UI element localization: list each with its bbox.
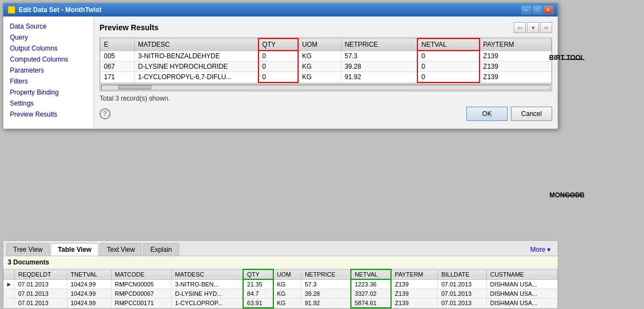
cell-netval-1: 0 bbox=[417, 51, 479, 62]
mongodb-tabs: Tree View Table View Text View Explain M… bbox=[3, 241, 558, 256]
cell-payterm-1: Z139 bbox=[480, 51, 552, 62]
tab-text-view[interactable]: Text View bbox=[100, 243, 142, 256]
sidebar-item-preview-results[interactable]: Preview Results bbox=[3, 109, 93, 120]
mongo-matcode-2: RMPCD00067 bbox=[111, 289, 172, 299]
mongo-indicator-3 bbox=[4, 299, 15, 308]
sidebar-item-data-source[interactable]: Data Source bbox=[3, 21, 93, 32]
cell-netval-3: 0 bbox=[417, 72, 479, 83]
cell-matdesc-2: D-LYSINE HYDROCHLORIDE bbox=[134, 62, 258, 72]
mongo-reqdeldt-2: 07.01.2013 bbox=[15, 289, 67, 299]
nav-back-button[interactable]: ⇦ bbox=[514, 22, 526, 33]
cancel-button[interactable]: Cancel bbox=[511, 107, 552, 121]
ok-button[interactable]: OK bbox=[466, 107, 508, 121]
table-row: 171 1-CYCLOPROPYL-6,7-DIFLU... 0 KG 91.9… bbox=[101, 72, 552, 83]
dialog-titlebar: Edit Data Set - MonthTwist ─ □ ✕ bbox=[3, 3, 558, 16]
mongo-col-matdesc: MATDESC bbox=[172, 269, 244, 279]
birt-tool-annotation: BIRT TOOL bbox=[549, 54, 585, 62]
mongo-table-row: 07.01.2013 10424.99 RMPCC00171 1-CYCLOPR… bbox=[4, 299, 558, 308]
mongo-billdate-2: 07.01.2013 bbox=[438, 289, 487, 299]
mongo-table-row: ▶ 07.01.2013 10424.99 RMPCN00005 3-NITRO… bbox=[4, 279, 558, 289]
sidebar: Data Source Query Output Columns Compute… bbox=[3, 16, 94, 129]
mongo-col-custname: CUSTNAME bbox=[487, 269, 558, 279]
mongo-col-reqdeldt: REQDELDТ bbox=[15, 269, 67, 279]
dialog-window: Edit Data Set - MonthTwist ─ □ ✕ Data So… bbox=[3, 3, 558, 129]
tab-tree-view[interactable]: Tree View bbox=[6, 243, 49, 256]
cell-uom-1: KG bbox=[298, 51, 341, 62]
titlebar-left: Edit Data Set - MonthTwist bbox=[8, 6, 101, 14]
mongo-netprice-3: 91.92 bbox=[301, 299, 351, 308]
mongo-payterm-2: Z139 bbox=[391, 289, 438, 299]
preview-table-container: E MATDESC QTY UOM NETPRICE NETVAL PAYTER… bbox=[100, 37, 552, 91]
sidebar-item-output-columns[interactable]: Output Columns bbox=[3, 43, 93, 54]
mongo-col-matcode: MATCODE bbox=[111, 269, 172, 279]
content-area: Preview Results ⇦ ▾ ⇨ E MATDESC QTY UOM bbox=[94, 16, 558, 129]
help-button[interactable]: ? bbox=[100, 108, 111, 119]
mongo-billdate-1: 07.01.2013 bbox=[438, 279, 487, 289]
cell-e-2: 067 bbox=[101, 62, 135, 72]
cell-netprice-2: 39.28 bbox=[341, 62, 417, 72]
sidebar-item-computed-columns[interactable]: Computed Columns bbox=[3, 54, 93, 65]
mongo-tnetval-1: 10424.99 bbox=[67, 279, 112, 289]
mongodb-table: REQDELDТ TNETVAL MATCODE MATDESC QTY UOM… bbox=[3, 269, 558, 308]
dialog-icon bbox=[8, 6, 15, 14]
mongodb-annotation: MONGODB bbox=[549, 191, 585, 199]
mongo-col-billdate: BILLDATE bbox=[438, 269, 487, 279]
col-header-e: E bbox=[101, 38, 135, 51]
mongo-reqdeldt-1: 07.01.2013 bbox=[15, 279, 67, 289]
content-header: Preview Results ⇦ ▾ ⇨ bbox=[100, 22, 552, 33]
col-header-netprice: NETPRICE bbox=[341, 38, 417, 51]
nav-dropdown-button[interactable]: ▾ bbox=[527, 22, 539, 33]
mongo-netval-1: 1223.36 bbox=[351, 279, 391, 289]
scrollbar-track[interactable] bbox=[101, 85, 551, 90]
mongo-col-uom: UOM bbox=[273, 269, 301, 279]
mongodb-section: Tree View Table View Text View Explain M… bbox=[3, 240, 558, 309]
cell-matdesc-1: 3-NITRO-BENZALDEHYDE bbox=[134, 51, 258, 62]
tab-explain[interactable]: Explain bbox=[143, 243, 179, 256]
mongo-matcode-3: RMPCC00171 bbox=[111, 299, 172, 308]
tab-table-view[interactable]: Table View bbox=[51, 243, 98, 256]
preview-table: E MATDESC QTY UOM NETPRICE NETVAL PAYTER… bbox=[100, 38, 552, 83]
cell-netprice-1: 57.3 bbox=[341, 51, 417, 62]
mongo-netprice-2: 39.28 bbox=[301, 289, 351, 299]
mongo-col-netval: NETVAL bbox=[351, 269, 391, 279]
cell-uom-2: KG bbox=[298, 62, 341, 72]
sidebar-item-settings[interactable]: Settings bbox=[3, 98, 93, 109]
mongo-qty-3: 63.91 bbox=[243, 299, 273, 308]
col-header-qty: QTY bbox=[258, 38, 299, 51]
mongo-col-qty: QTY bbox=[243, 269, 273, 279]
close-button[interactable]: ✕ bbox=[543, 5, 553, 14]
dialog-footer-row: ? OK Cancel bbox=[100, 104, 552, 123]
sidebar-item-filters[interactable]: Filters bbox=[3, 76, 93, 87]
nav-forward-button[interactable]: ⇨ bbox=[540, 22, 552, 33]
mongo-custname-3: DISHMAN USA... bbox=[487, 299, 558, 308]
dialog-title: Edit Data Set - MonthTwist bbox=[19, 6, 101, 14]
mongo-billdate-3: 07.01.2013 bbox=[438, 299, 487, 308]
sidebar-item-query[interactable]: Query bbox=[3, 32, 93, 43]
table-row: 067 D-LYSINE HYDROCHLORIDE 0 KG 39.28 0 … bbox=[101, 62, 552, 72]
col-header-matdesc: MATDESC bbox=[134, 38, 258, 51]
horizontal-scrollbar[interactable] bbox=[100, 83, 552, 91]
sidebar-item-parameters[interactable]: Parameters bbox=[3, 65, 93, 76]
maximize-button[interactable]: □ bbox=[532, 5, 542, 14]
content-title: Preview Results bbox=[100, 23, 158, 32]
mongo-col-netprice: NETPRICE bbox=[301, 269, 351, 279]
more-button[interactable]: More ▾ bbox=[526, 244, 555, 256]
minimize-button[interactable]: ─ bbox=[521, 5, 531, 14]
cell-e-3: 171 bbox=[101, 72, 135, 83]
mongo-uom-1: KG bbox=[273, 279, 301, 289]
sidebar-item-property-binding[interactable]: Property Binding bbox=[3, 87, 93, 98]
cell-payterm-2: Z139 bbox=[480, 62, 552, 72]
col-header-payterm: PAYTERM bbox=[480, 38, 552, 51]
window-controls: ─ □ ✕ bbox=[521, 5, 553, 14]
mongo-tnetval-3: 10424.99 bbox=[67, 299, 112, 308]
cell-payterm-3: Z139 bbox=[480, 72, 552, 83]
scrollbar-thumb[interactable] bbox=[118, 85, 151, 90]
cell-qty-1: 0 bbox=[258, 51, 299, 62]
mongo-netval-2: 3327.02 bbox=[351, 289, 391, 299]
mongo-qty-2: 84.7 bbox=[243, 289, 273, 299]
mongo-reqdeldt-3: 07.01.2013 bbox=[15, 299, 67, 308]
mongo-indicator-1: ▶ bbox=[4, 279, 15, 289]
mongo-col-payterm: PAYTERM bbox=[391, 269, 438, 279]
mongo-col-tnetval: TNETVAL bbox=[67, 269, 112, 279]
footer-buttons: OK Cancel bbox=[466, 107, 552, 121]
